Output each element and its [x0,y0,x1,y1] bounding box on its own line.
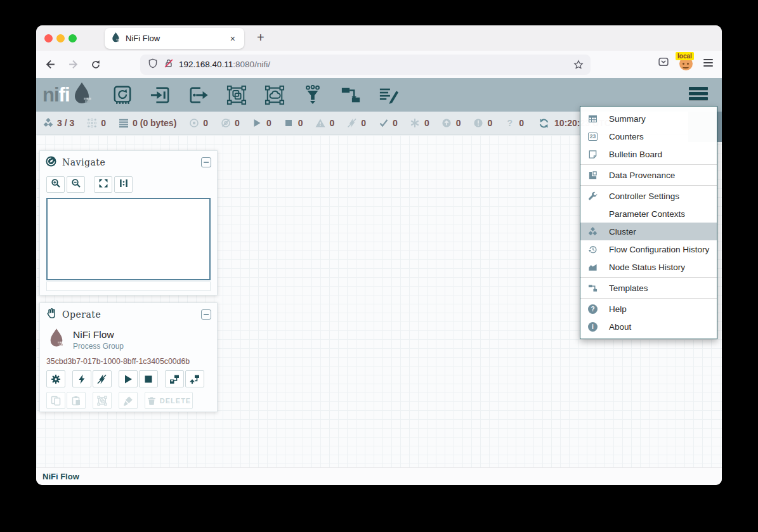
profile-avatar[interactable]: local [679,56,693,70]
zoom-in-icon [51,178,61,191]
stale-icon [441,118,452,129]
group-button[interactable] [93,392,112,409]
running-icon [252,118,263,129]
configuration-button[interactable] [46,370,65,387]
menu-item-about[interactable]: iAbout [580,318,717,335]
status-up-to-date-count: 0 [378,118,398,129]
zoom-out-button[interactable] [67,176,85,193]
navigate-panel-title: Navigate [62,157,201,167]
navigate-panel-header: Navigate [40,153,217,172]
menu-item-parameter-contexts[interactable]: Parameter Contexts [580,205,717,223]
insecure-lock-icon[interactable] [164,58,174,71]
process-group-icon[interactable] [226,84,247,106]
save-template-button[interactable] [165,370,184,387]
data-provenance-icon [588,170,601,180]
navigate-panel: Navigate [39,150,218,295]
label-icon[interactable] [378,84,400,106]
status-cluster-count: 3 / 3 [42,118,74,129]
upload-template-button[interactable] [185,370,204,387]
status-sync-failure-count: ?0 [504,118,524,129]
url-bar[interactable]: 192.168.40.11:8080/nifi/ [140,55,591,75]
menu-item-flow-configuration-history[interactable]: Flow Configuration History [580,240,717,258]
stop-button[interactable] [139,370,158,387]
pocket-icon[interactable] [658,56,669,70]
url-text[interactable]: 192.168.40.11:8080/nifi/ [179,60,270,69]
menu-item-node-status-history[interactable]: Node Status History [580,258,717,276]
not-transmitting-icon [220,118,231,129]
status-value: 0 [266,118,271,128]
reload-icon[interactable] [87,56,105,74]
logo-text-fi: fi [59,84,70,107]
breadcrumb-root[interactable]: NiFi Flow [42,472,79,481]
status-value: 0 [361,118,366,128]
forward-icon[interactable] [64,56,82,74]
refresh-icon[interactable] [539,118,549,129]
status-stale-count: 0 [441,118,461,129]
status-disabled-count: 0 [346,118,366,129]
menu-item-label: Help [609,304,627,314]
status-not-transmitting-count: 0 [220,118,240,129]
browser-tab[interactable]: NiFi Flow × [105,28,244,49]
breadcrumb-bar: NiFi Flow [36,467,722,485]
enable-button[interactable] [72,370,91,387]
zoom-fit-button[interactable] [94,176,112,193]
save-template-icon [169,374,180,384]
processor-icon[interactable] [112,84,133,106]
navigate-collapse-button[interactable] [201,157,211,167]
status-value: 0 [424,118,429,128]
menu-item-help[interactable]: ?Help [580,300,717,318]
menu-item-label: Summary [609,114,646,124]
new-tab-button[interactable]: + [252,30,270,45]
summary-icon [588,114,601,124]
flow-configuration-history-icon [588,244,601,254]
zoom-in-button[interactable] [46,176,65,193]
output-port-icon[interactable] [188,84,209,106]
locally-modified-icon [410,118,421,129]
tab-close-icon[interactable]: × [228,33,238,44]
menu-item-data-provenance[interactable]: Data Provenance [580,166,717,184]
bulletin-board-icon [588,149,601,159]
status-value: 0 (0 bytes) [133,118,176,128]
paste-button[interactable] [67,392,86,409]
status-active-threads-count: 0 [86,118,106,129]
global-menu-icon[interactable] [686,84,710,103]
window-minimize-button[interactable] [56,34,65,42]
shield-icon[interactable] [148,58,158,71]
color-button[interactable] [119,392,138,409]
status-locally-modified-count: 0 [410,118,429,129]
birdseye-view[interactable] [46,198,211,280]
operate-collapse-button[interactable] [201,309,211,320]
remote-process-group-icon[interactable] [264,84,285,106]
menu-item-bulletin-board[interactable]: Bulletin Board [580,145,717,163]
zoom-actual-button[interactable] [114,176,133,193]
input-port-icon[interactable] [150,84,171,106]
status-invalid-count: 0 [315,118,334,129]
navbar-right-cluster: local [658,56,713,70]
start-button[interactable] [119,370,138,387]
disable-icon [97,374,107,384]
tab-title: NiFi Flow [126,34,228,43]
delete-button[interactable]: DELETE [145,392,193,409]
birdseye-slider[interactable] [46,282,211,291]
menu-item-controller-settings[interactable]: Controller Settings [580,187,717,205]
window-close-button[interactable] [44,34,53,42]
menu-item-templates[interactable]: Templates [580,279,717,297]
upload-template-icon [190,374,200,384]
menu-item-label: Counters [609,132,644,141]
delete-icon [147,396,157,406]
active-threads-icon [86,118,97,129]
controller-settings-icon [588,191,601,201]
menu-item-summary[interactable]: Summary [580,110,717,127]
bookmark-star-icon[interactable] [573,60,584,72]
browser-menu-icon[interactable] [703,59,713,67]
copy-button[interactable] [46,392,65,409]
menu-item-cluster[interactable]: Cluster [580,223,717,240]
window-zoom-button[interactable] [69,34,77,42]
menu-item-counters[interactable]: 23Counters [580,127,717,145]
template-icon[interactable] [340,84,362,106]
up-to-date-icon [378,118,389,129]
back-icon[interactable] [41,56,59,74]
disable-button[interactable] [93,370,112,387]
status-value: 0 [456,118,461,128]
funnel-icon[interactable] [302,84,323,106]
